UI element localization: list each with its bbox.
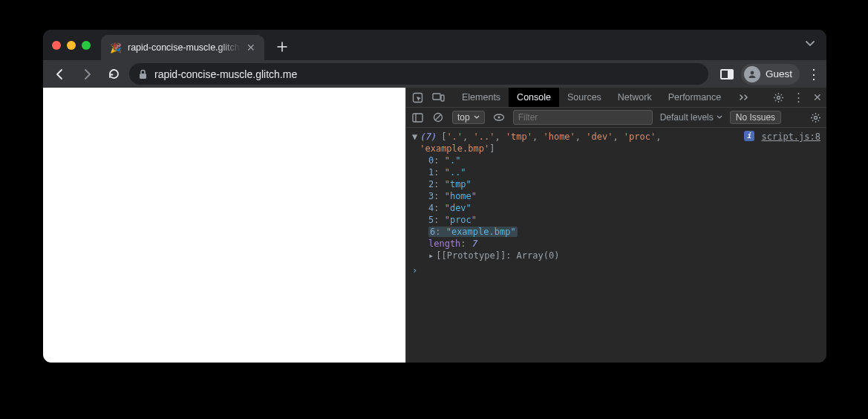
tab-network[interactable]: Network (610, 88, 660, 107)
toolbar-right: Guest ⋮ (720, 64, 820, 85)
array-entry: 5: "proc" (412, 214, 820, 226)
sidebar-toggle-icon[interactable] (411, 111, 424, 124)
caret-down-icon[interactable]: ▼ (412, 131, 417, 143)
svg-rect-4 (441, 95, 444, 101)
maximize-window-button[interactable] (82, 41, 91, 50)
inspect-icon[interactable] (411, 91, 424, 104)
svg-rect-6 (413, 114, 422, 122)
tabs-overflow-icon[interactable] (729, 88, 757, 107)
console-settings-icon[interactable] (809, 111, 822, 124)
profile-button[interactable]: Guest (741, 64, 800, 85)
forward-button[interactable] (76, 63, 98, 85)
log-levels-selector[interactable]: Default levels (660, 112, 722, 123)
window-controls (52, 41, 91, 50)
array-summary: (7) ['.', '..', 'tmp', 'home', 'dev', 'p… (420, 131, 740, 155)
tab-performance[interactable]: Performance (660, 88, 730, 107)
avatar-icon (744, 66, 760, 82)
content-area: Elements Console Sources Network Perform… (43, 88, 826, 363)
array-entry: 2: "tmp" (412, 178, 820, 190)
prototype-row[interactable]: ▸[[Prototype]]: Array(0) (412, 250, 820, 262)
array-entry: 6: "example.bmp" (412, 226, 820, 238)
chevron-down-icon (717, 115, 722, 120)
context-selector[interactable]: top (452, 111, 485, 124)
console-toolbar: top Default levels No Issues (406, 108, 826, 128)
tab-strip: 🎉 rapid-concise-muscle.glitch.me ✕ (43, 30, 826, 60)
favicon-icon: 🎉 (110, 42, 122, 53)
caret-right-icon[interactable]: ▸ (428, 250, 434, 261)
info-badge-icon[interactable]: i (744, 131, 754, 141)
browser-tab[interactable]: 🎉 rapid-concise-muscle.glitch.me ✕ (101, 35, 264, 60)
console-output[interactable]: ▼ (7) ['.', '..', 'tmp', 'home', 'dev', … (406, 128, 826, 363)
close-tab-icon[interactable]: ✕ (247, 42, 255, 53)
settings-icon[interactable] (773, 92, 784, 103)
console-prompt[interactable]: › (412, 262, 820, 276)
side-panel-icon[interactable] (720, 69, 734, 79)
tab-title: rapid-concise-muscle.glitch.me (128, 42, 241, 53)
array-entry: 1: ".." (412, 166, 820, 178)
chevron-down-icon (474, 115, 480, 120)
svg-point-1 (751, 71, 754, 74)
close-window-button[interactable] (52, 41, 61, 50)
issues-button[interactable]: No Issues (730, 111, 781, 124)
profile-label: Guest (766, 68, 792, 79)
url-text: rapid-concise-muscle.glitch.me (154, 68, 297, 80)
array-entry: 3: "home" (412, 190, 820, 202)
svg-point-5 (777, 96, 780, 99)
lock-icon (138, 69, 148, 79)
length-property: length: 7 (412, 238, 820, 250)
devtools-kebab-icon[interactable]: ⋮ (793, 91, 804, 104)
levels-label: Default levels (660, 112, 714, 123)
tab-console[interactable]: Console (509, 88, 559, 107)
devtools-tabs: Elements Console Sources Network Perform… (454, 88, 757, 107)
context-label: top (457, 112, 470, 123)
device-mode-icon[interactable] (431, 91, 445, 104)
svg-line-9 (435, 114, 441, 120)
array-entry: 4: "dev" (412, 202, 820, 214)
filter-input[interactable] (513, 110, 653, 125)
tab-search-button[interactable] (805, 40, 815, 48)
tab-elements[interactable]: Elements (454, 88, 509, 107)
array-entry: 0: "." (412, 155, 820, 166)
log-entry[interactable]: ▼ (7) ['.', '..', 'tmp', 'home', 'dev', … (412, 131, 820, 155)
browser-window: 🎉 rapid-concise-muscle.glitch.me ✕ rapid… (43, 30, 826, 363)
devtools-tabbar: Elements Console Sources Network Perform… (406, 88, 826, 108)
new-tab-button[interactable] (272, 36, 293, 57)
issues-label: No Issues (736, 112, 775, 123)
address-bar[interactable]: rapid-concise-muscle.glitch.me (129, 63, 708, 85)
prompt-icon: › (412, 264, 417, 276)
svg-point-12 (814, 116, 817, 119)
svg-point-11 (497, 116, 500, 118)
source-link[interactable]: script.js:8 (754, 131, 820, 143)
browser-toolbar: rapid-concise-muscle.glitch.me Guest ⋮ (43, 60, 826, 88)
svg-rect-3 (433, 94, 440, 100)
back-button[interactable] (49, 63, 71, 85)
web-page[interactable] (43, 88, 405, 363)
kebab-menu-icon[interactable]: ⋮ (807, 66, 820, 82)
devtools-close-icon[interactable]: ✕ (813, 91, 822, 103)
reload-button[interactable] (102, 63, 125, 85)
clear-console-icon[interactable] (431, 111, 445, 124)
svg-rect-0 (140, 74, 146, 79)
live-expression-icon[interactable] (492, 111, 506, 124)
tab-sources[interactable]: Sources (559, 88, 610, 107)
devtools-panel: Elements Console Sources Network Perform… (405, 88, 826, 363)
minimize-window-button[interactable] (67, 41, 76, 50)
